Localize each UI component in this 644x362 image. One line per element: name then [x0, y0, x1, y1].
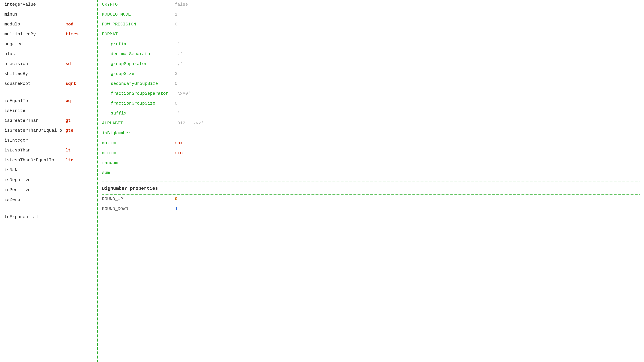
config-name: suffix [102, 111, 175, 116]
config-value: '' [175, 111, 180, 116]
config-item: minimummin [102, 150, 640, 160]
section-divider [102, 181, 640, 181]
config-item: prefix'' [102, 41, 640, 51]
config-name: CRYPTO [102, 2, 175, 7]
method-name: negated [4, 42, 66, 46]
list-item: multipliedBytimes [4, 31, 93, 41]
config-value: ',' [175, 61, 183, 66]
config-name: POW_PRECISION [102, 22, 175, 27]
config-name: isBigNumber [102, 131, 175, 136]
round-name: ROUND_DOWN [102, 206, 175, 211]
config-name: maximum [102, 141, 175, 146]
method-name: isGreaterThan [4, 118, 66, 123]
list-item: isLessThanOrEqualTolte [4, 157, 93, 167]
config-item: groupSeparator',' [102, 61, 640, 71]
list-item: isLessThanlt [4, 147, 93, 157]
config-name: FORMAT [102, 32, 175, 37]
method-name: shiftedBy [4, 71, 66, 76]
method-name: isLessThan [4, 148, 66, 153]
config-name: prefix [102, 42, 175, 46]
round-value: 0 [175, 196, 178, 201]
config-value: 3 [175, 71, 178, 76]
config-value: '.' [175, 51, 183, 56]
config-value: '012...xyz' [175, 121, 204, 126]
config-name: decimalSeparator [102, 51, 175, 56]
list-item: isNaN [4, 167, 93, 177]
config-item: sum [102, 170, 640, 180]
config-item: ALPHABET'012...xyz' [102, 120, 640, 130]
method-name: isZero [4, 197, 66, 202]
list-item: isNegative [4, 177, 93, 187]
config-item: groupSize3 [102, 71, 640, 81]
list-item: isInteger [4, 137, 93, 147]
config-item: maximummax [102, 140, 640, 150]
config-item: CRYPTOfalse [102, 1, 640, 11]
method-alias: times [66, 32, 79, 37]
method-alias: gt [66, 118, 71, 123]
list-item: negated [4, 41, 93, 51]
config-value: min [175, 151, 183, 155]
method-alias: lte [66, 158, 74, 163]
method-name: precision [4, 61, 66, 66]
config-name: MODULO_MODE [102, 12, 175, 17]
method-alias: gte [66, 128, 74, 133]
config-item: FORMAT [102, 31, 640, 41]
list-item: isFinite [4, 108, 93, 118]
method-name: isLessThanOrEqualTo [4, 158, 66, 163]
round-item: ROUND_UP0 [102, 196, 640, 206]
list-item: isEqualToeq [4, 98, 93, 108]
config-name: ALPHABET [102, 121, 175, 126]
method-name: squareRoot [4, 81, 66, 86]
list-item: shiftedBy [4, 71, 93, 81]
config-value: '\xA0' [175, 91, 190, 96]
config-value: 0 [175, 101, 178, 106]
config-value: false [175, 2, 188, 7]
method-name: plus [4, 51, 66, 56]
config-item: MODULO_MODE1 [102, 11, 640, 21]
list-item: minus [4, 11, 93, 21]
round-value: 1 [175, 206, 178, 211]
config-name: fractionGroupSize [102, 101, 175, 106]
config-name: fractionGroupSeparator [102, 91, 175, 96]
method-name: isPositive [4, 187, 66, 192]
round-name: ROUND_UP [102, 196, 175, 201]
list-item: precisionsd [4, 61, 93, 71]
list-item: isPositive [4, 187, 93, 197]
config-value: 1 [175, 12, 178, 17]
config-name: groupSeparator [102, 61, 175, 66]
list-item: plus [4, 51, 93, 61]
method-name: toExponential [4, 214, 66, 219]
list-item: modulomod [4, 21, 93, 31]
config-value: 0 [175, 81, 178, 86]
main-container: integerValueminusmodulomodmultipliedByti… [0, 0, 644, 362]
config-item: secondaryGroupSize0 [102, 81, 640, 90]
method-alias: mod [66, 22, 74, 27]
method-name: isEqualTo [4, 98, 66, 103]
method-name: isNegative [4, 178, 66, 182]
config-item: isBigNumber [102, 130, 640, 140]
config-name: random [102, 160, 175, 165]
spacer-row [4, 207, 93, 214]
method-name: minus [4, 12, 66, 17]
section-divider-2 [102, 194, 640, 194]
right-panel: CRYPTOfalseMODULO_MODE1POW_PRECISION0FOR… [98, 0, 644, 362]
method-name: isFinite [4, 108, 66, 113]
config-item: fractionGroupSeparator'\xA0' [102, 90, 640, 100]
method-alias: lt [66, 148, 71, 153]
config-item: fractionGroupSize0 [102, 100, 640, 110]
config-item: POW_PRECISION0 [102, 21, 640, 31]
config-value: 0 [175, 22, 178, 27]
list-item: isZero [4, 197, 93, 207]
method-name: multipliedBy [4, 32, 66, 37]
config-item: suffix'' [102, 110, 640, 120]
config-name: secondaryGroupSize [102, 81, 175, 86]
method-name: isInteger [4, 138, 66, 143]
list-item: isGreaterThangt [4, 118, 93, 128]
method-alias: sd [66, 61, 71, 66]
round-item: ROUND_DOWN1 [102, 206, 640, 216]
method-name: integerValue [4, 2, 66, 7]
config-name: minimum [102, 151, 175, 155]
config-value: max [175, 141, 183, 146]
section-title: BigNumber properties [102, 183, 640, 193]
list-item: integerValue [4, 1, 93, 11]
